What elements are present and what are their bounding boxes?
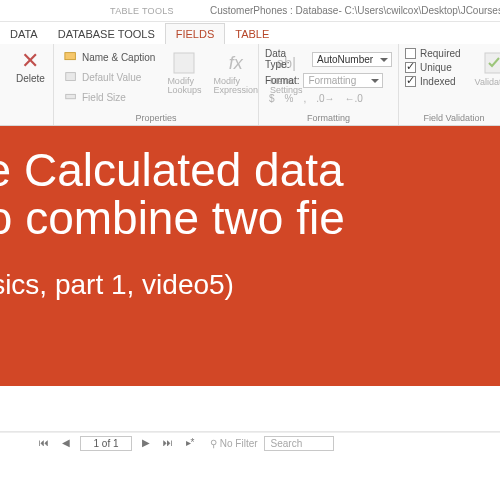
field-size-button[interactable]: Field Size	[60, 88, 159, 106]
required-checkbox[interactable]: Required	[405, 48, 461, 59]
indexed-checkbox[interactable]: Indexed	[405, 76, 461, 87]
svg-rect-3	[174, 53, 194, 73]
data-type-label: Data Type:	[265, 48, 308, 70]
nav-prev-button[interactable]: ◀	[58, 436, 74, 452]
currency-icon: $	[269, 93, 275, 104]
ribbon-tabs: DATA DATABASE TOOLS FIELDS TABLE	[0, 22, 500, 44]
checkbox-icon	[405, 76, 416, 87]
size-icon	[64, 90, 78, 104]
record-search-input[interactable]: Search	[264, 436, 334, 451]
checkbox-icon	[405, 48, 416, 59]
bottom-padding	[0, 454, 500, 500]
nav-next-button[interactable]: ▶	[138, 436, 154, 452]
checkbox-icon	[405, 62, 416, 73]
overlay-line-3: basics, part 1, video5)	[0, 269, 500, 301]
tag-icon	[64, 50, 78, 64]
overlay-line-2: to combine two fie	[0, 194, 500, 242]
tab-data[interactable]: DATA	[0, 24, 48, 44]
delete-label: Delete	[16, 73, 45, 84]
inc-dec-icon: .0→	[316, 93, 334, 104]
record-position[interactable]: 1 of 1	[80, 436, 132, 451]
format-label: Format:	[265, 75, 299, 86]
last-icon: ⏭	[163, 437, 173, 448]
no-filter-indicator[interactable]: ⚲ No Filter	[210, 438, 258, 449]
record-navigator: ⏮ ◀ 1 of 1 ▶ ⏭ ▸* ⚲ No Filter Search	[0, 432, 500, 454]
group-label-validation: Field Validation	[405, 113, 500, 123]
svg-rect-4	[485, 53, 500, 73]
nav-first-button[interactable]: ⏮	[36, 436, 52, 452]
ribbon: ✕ Delete Name & Caption Default Value Fi…	[0, 44, 500, 126]
group-add-delete: ✕ Delete	[2, 44, 54, 125]
decrease-decimals-button[interactable]: ←.0	[341, 91, 367, 106]
video-title-overlay: he Calculated data to combine two fie ba…	[0, 126, 500, 386]
svg-rect-0	[65, 53, 76, 60]
nav-new-button[interactable]: ▸*	[182, 436, 198, 452]
group-label-formatting: Formatting	[265, 113, 392, 123]
lookup-icon	[171, 50, 197, 76]
percent-icon: %	[285, 93, 294, 104]
next-icon: ▶	[142, 437, 150, 448]
increase-decimals-button[interactable]: .0→	[312, 91, 338, 106]
tab-table[interactable]: TABLE	[225, 24, 279, 44]
group-label-properties: Properties	[60, 113, 252, 123]
title-bar: TABLE TOOLS CustomerPhones : Database- C…	[0, 0, 500, 22]
default-value-button[interactable]: Default Value	[60, 68, 159, 86]
modify-lookups-button[interactable]: Modify Lookups	[163, 48, 205, 97]
tab-database-tools[interactable]: DATABASE TOOLS	[48, 24, 165, 44]
window-title: CustomerPhones : Database- C:\Users\cwil…	[210, 5, 500, 16]
group-validation: Required Unique Indexed Validation Field…	[399, 44, 500, 125]
filter-icon: ⚲	[210, 438, 217, 449]
name-caption-button[interactable]: Name & Caption	[60, 48, 159, 66]
validation-icon	[481, 50, 500, 76]
svg-rect-1	[66, 73, 76, 81]
format-select[interactable]: Formatting	[303, 73, 383, 88]
tab-fields[interactable]: FIELDS	[165, 23, 226, 44]
overlay-line-1: he Calculated data	[0, 146, 500, 194]
delete-button[interactable]: ✕ Delete	[12, 48, 49, 86]
modify-expression-button[interactable]: fx Modify Expression	[209, 48, 262, 97]
value-icon	[64, 70, 78, 84]
group-properties: Name & Caption Default Value Field Size …	[54, 44, 259, 125]
percent-button[interactable]: %	[281, 91, 298, 106]
validation-button[interactable]: Validation	[471, 48, 500, 89]
data-type-select[interactable]: AutoNumber	[312, 52, 392, 67]
dec-dec-icon: ←.0	[345, 93, 363, 104]
comma-button[interactable]: ,	[299, 91, 310, 106]
comma-icon: ,	[303, 93, 306, 104]
currency-button[interactable]: $	[265, 91, 279, 106]
contextual-tab-group-label: TABLE TOOLS	[110, 6, 174, 16]
delete-icon: ✕	[21, 50, 39, 72]
new-record-icon: ▸*	[186, 437, 195, 448]
fx-icon: fx	[223, 50, 249, 76]
unique-checkbox[interactable]: Unique	[405, 62, 461, 73]
nav-last-button[interactable]: ⏭	[160, 436, 176, 452]
prev-icon: ◀	[62, 437, 70, 448]
first-icon: ⏮	[39, 437, 49, 448]
group-formatting: Data Type: AutoNumber Format: Formatting…	[259, 44, 399, 125]
svg-rect-2	[66, 94, 76, 98]
